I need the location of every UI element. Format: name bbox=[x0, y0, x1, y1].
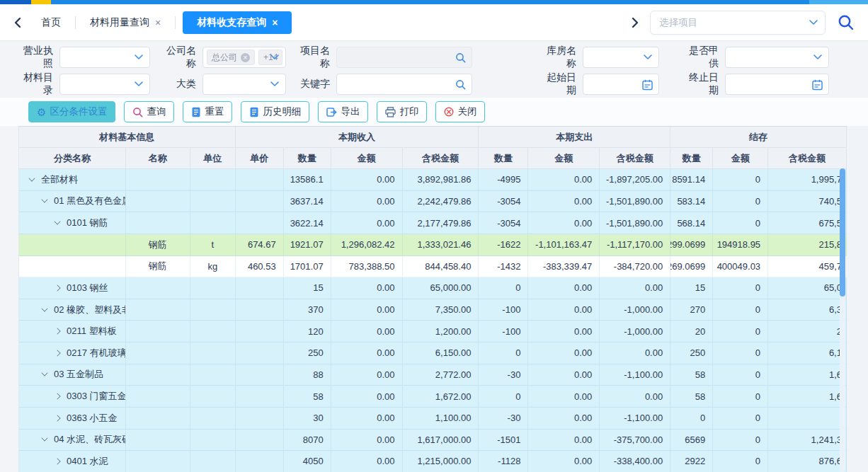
out-amt-cell: 0.00 bbox=[528, 408, 600, 430]
table-row[interactable]: 0217 有机玻璃2500.006,150.0000.000.0025006,1 bbox=[19, 343, 847, 364]
history-detail-button[interactable]: 历史明细 bbox=[241, 101, 309, 122]
table-row[interactable]: 0103 钢丝150.0065,000.0000.000.0015065,0 bbox=[19, 277, 847, 299]
project-select-input[interactable] bbox=[651, 12, 809, 33]
in-amt-cell: 0.00 bbox=[331, 343, 403, 364]
chevron-right-icon[interactable] bbox=[54, 415, 60, 421]
calendar-icon[interactable] bbox=[642, 79, 653, 91]
chevron-down-icon[interactable] bbox=[41, 197, 47, 203]
in-qty-cell: 3637.14 bbox=[284, 191, 331, 213]
chevron-down-icon[interactable] bbox=[54, 219, 60, 225]
tag-close-icon[interactable]: × bbox=[241, 53, 250, 62]
filter-party-a-supply: 是否甲供 bbox=[684, 47, 829, 68]
column-header-cell[interactable]: 数量 bbox=[670, 148, 713, 169]
project-name-input[interactable] bbox=[337, 48, 472, 67]
table-row[interactable]: 02 橡胶、塑料及非金3700.007,350.00-1000.00-1,000… bbox=[19, 299, 847, 321]
search-icon[interactable] bbox=[455, 52, 466, 63]
table-row[interactable]: 0303 门窗五金580.001,672.0000.000.005801,6 bbox=[19, 386, 847, 408]
column-header-cell[interactable]: 名称 bbox=[126, 148, 190, 169]
filter-label: 公司名称 bbox=[159, 45, 202, 70]
calendar-icon[interactable] bbox=[812, 79, 823, 91]
chevron-down-icon[interactable] bbox=[41, 305, 47, 311]
column-header-cell[interactable]: 金额 bbox=[331, 148, 403, 169]
category-name: 02 橡胶、塑料及非金 bbox=[54, 304, 126, 316]
chevron-down-icon[interactable] bbox=[809, 19, 818, 25]
chevron-down-icon[interactable] bbox=[41, 435, 47, 442]
table-row[interactable]: 钢筋kg460.531701.07783,388.50844,458.40-14… bbox=[19, 256, 847, 278]
end-date-picker[interactable] bbox=[725, 74, 829, 95]
vertical-scrollbar-thumb[interactable] bbox=[840, 168, 845, 297]
printer-icon bbox=[385, 107, 396, 117]
start-date-picker[interactable] bbox=[583, 74, 659, 95]
column-header-cell[interactable]: 含税金额 bbox=[768, 148, 847, 169]
in-qty-cell: 88 bbox=[284, 364, 331, 386]
out-tax-cell: -1,100.00 bbox=[600, 408, 670, 430]
search-icon[interactable] bbox=[455, 79, 466, 90]
in-amt-cell: 1,296,082.42 bbox=[331, 234, 403, 256]
category-cell: 全部材料 bbox=[19, 169, 126, 191]
table-row[interactable]: 全部材料13586.10.003,892,981.86-49950.00-1,8… bbox=[19, 169, 847, 191]
column-header-cell[interactable]: 分类名称 bbox=[19, 148, 126, 169]
condition-settings-button[interactable]: ⚙ 区分条件设置 bbox=[28, 101, 115, 122]
table-row[interactable]: 0363 小五金300.001,100.00-300.00-1,100.0000 bbox=[19, 408, 847, 430]
keyword-input[interactable] bbox=[337, 75, 472, 93]
chevron-right-icon[interactable] bbox=[54, 350, 60, 356]
tab-material-balance-query[interactable]: 材料收支存查询 × bbox=[183, 11, 292, 34]
column-header-cell[interactable]: 金额 bbox=[713, 148, 768, 169]
print-button[interactable]: 打印 bbox=[377, 101, 427, 122]
company-name-select[interactable]: 总公司× +14 bbox=[202, 47, 286, 68]
chevron-down-icon[interactable] bbox=[28, 175, 35, 181]
material-catalog-select[interactable] bbox=[59, 74, 150, 95]
party-a-supply-select[interactable] bbox=[725, 47, 829, 68]
filter-material-catalog: 材料目录 bbox=[17, 74, 150, 95]
business-license-select[interactable] bbox=[59, 47, 150, 68]
search-icon[interactable] bbox=[835, 12, 857, 33]
out-qty-cell: -100 bbox=[479, 321, 528, 343]
tab-home[interactable]: 首页 bbox=[27, 11, 75, 34]
table-row[interactable]: 01 黑色及有色金属3637.140.002,242,479.86-30540.… bbox=[19, 191, 847, 213]
in-qty-cell: 370 bbox=[284, 299, 331, 321]
column-header-cell[interactable]: 含税金额 bbox=[600, 148, 670, 169]
chevron-right-icon[interactable] bbox=[54, 328, 60, 335]
chevron-right-icon[interactable] bbox=[54, 458, 60, 464]
chevron-down-icon[interactable] bbox=[41, 370, 47, 376]
major-category-select[interactable] bbox=[202, 74, 286, 95]
category-name: 04 水泥、砖瓦灰砂石 bbox=[54, 433, 126, 446]
table-row[interactable]: 0211 塑料板1200.001,200.00-1000.00-1,000.00… bbox=[19, 321, 847, 343]
out-tax-cell: -384,720.00 bbox=[600, 256, 670, 278]
bal-amt-cell: 0 bbox=[713, 299, 768, 321]
close-button[interactable]: 关闭 bbox=[435, 101, 485, 122]
column-header-cell[interactable]: 单价 bbox=[236, 148, 284, 169]
tab-material-usage-query[interactable]: 材料用量查询 × bbox=[76, 11, 175, 34]
bal-amt-cell: 0 bbox=[713, 451, 768, 472]
chevron-right-icon[interactable] bbox=[54, 393, 60, 400]
reset-button[interactable]: 重置 bbox=[183, 101, 232, 122]
column-header-cell[interactable]: 含税金额 bbox=[403, 148, 479, 169]
close-icon[interactable]: × bbox=[155, 18, 161, 28]
table-row[interactable]: 0101 钢筋3622.140.002,177,479.86-30540.00-… bbox=[19, 212, 847, 234]
out-amt-cell: 0.00 bbox=[528, 364, 600, 386]
project-select[interactable] bbox=[650, 11, 826, 35]
table-row[interactable]: 钢筋t674.671921.071,296,082.421,333,021.46… bbox=[19, 234, 847, 256]
column-header-cell[interactable]: 数量 bbox=[479, 148, 528, 169]
close-icon[interactable]: × bbox=[272, 18, 278, 28]
column-header-cell[interactable]: 金额 bbox=[528, 148, 600, 169]
chevron-right-icon[interactable] bbox=[626, 13, 644, 32]
warehouse-name-select[interactable] bbox=[583, 47, 659, 68]
chevron-left-icon[interactable] bbox=[8, 13, 27, 32]
category-name: 0217 有机玻璃 bbox=[67, 347, 126, 359]
bal-amt-cell: 0 bbox=[713, 408, 768, 430]
close-circle-icon bbox=[444, 107, 454, 117]
bal-tax-cell: 876,6 bbox=[768, 451, 847, 472]
export-button[interactable]: 导出 bbox=[318, 101, 368, 122]
table-row[interactable]: 03 五金制品880.002,772.00-300.00-1,100.00580… bbox=[19, 364, 847, 386]
chevron-right-icon[interactable] bbox=[54, 284, 60, 291]
table-row[interactable]: 04 水泥、砖瓦灰砂石80700.001,617,000.00-15010.00… bbox=[19, 430, 847, 451]
column-header-cell[interactable]: 数量 bbox=[284, 148, 331, 169]
action-toolbar: ⚙ 区分条件设置 查询 重置 历史明细 导出 打印 关闭 bbox=[0, 98, 868, 126]
query-button[interactable]: 查询 bbox=[124, 101, 174, 122]
project-name-search[interactable] bbox=[336, 47, 472, 68]
category-name: 0303 门窗五金 bbox=[67, 390, 126, 403]
table-row[interactable]: 0401 水泥40500.001,215,000.00-11280.00-338… bbox=[19, 451, 847, 472]
keyword-search[interactable] bbox=[336, 74, 472, 95]
column-header-cell[interactable]: 单位 bbox=[190, 148, 236, 169]
